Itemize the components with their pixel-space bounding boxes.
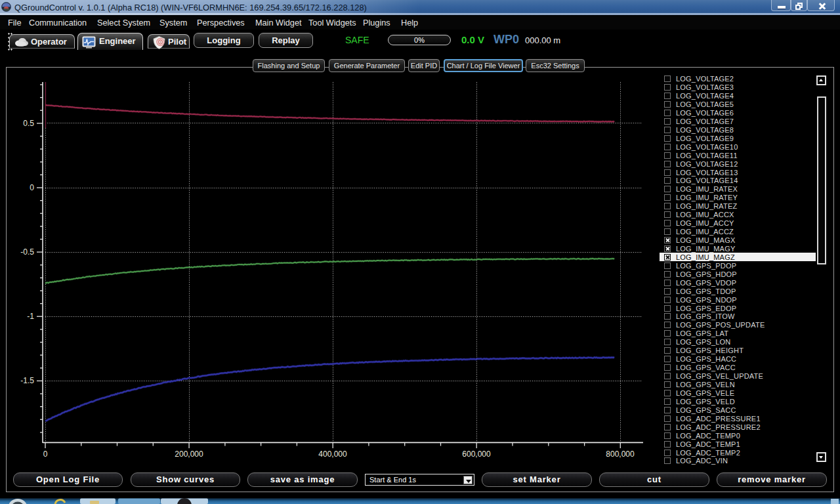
svg-text:-1.5: -1.5	[20, 376, 34, 385]
svg-text:400,000: 400,000	[318, 450, 347, 459]
svg-text:600,000: 600,000	[462, 450, 491, 459]
svg-text:200,000: 200,000	[175, 450, 203, 459]
svg-text:800,000: 800,000	[606, 450, 635, 459]
svg-text:0.5: 0.5	[23, 119, 34, 128]
svg-text:-1: -1	[27, 312, 34, 321]
svg-text:0: 0	[43, 450, 48, 459]
svg-text:0: 0	[30, 183, 34, 192]
svg-text:-0.5: -0.5	[20, 247, 34, 257]
